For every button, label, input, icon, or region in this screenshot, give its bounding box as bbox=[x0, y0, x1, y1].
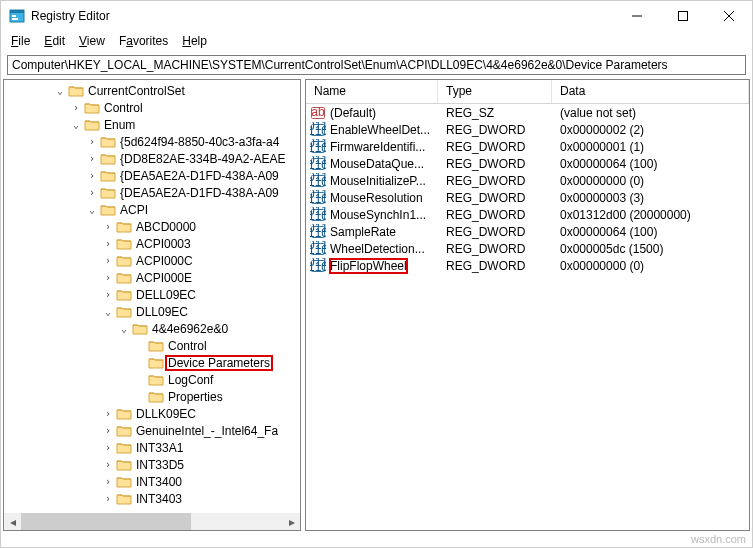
tree-node[interactable]: ·LogConf bbox=[4, 371, 300, 388]
chevron-right-icon[interactable]: › bbox=[100, 289, 116, 300]
tree-node[interactable]: ⌄4&4e6962e&0 bbox=[4, 320, 300, 337]
tree-node[interactable]: ›{DD8E82AE-334B-49A2-AEAE bbox=[4, 150, 300, 167]
tree-node[interactable]: ·Properties bbox=[4, 388, 300, 405]
chevron-right-icon[interactable]: › bbox=[100, 221, 116, 232]
value-data: 0x00000000 (0) bbox=[552, 174, 749, 188]
tree-node[interactable]: ›DELL09EC bbox=[4, 286, 300, 303]
binary-value-icon: 011110 bbox=[310, 241, 326, 257]
tree-node[interactable]: ›DLLK09EC bbox=[4, 405, 300, 422]
chevron-right-icon[interactable]: › bbox=[100, 459, 116, 470]
chevron-down-icon[interactable]: ⌄ bbox=[84, 204, 100, 215]
chevron-right-icon[interactable]: › bbox=[100, 493, 116, 504]
chevron-right-icon[interactable]: › bbox=[100, 255, 116, 266]
values-header: Name Type Data bbox=[306, 80, 749, 104]
tree-node-label: INT33D5 bbox=[134, 458, 186, 472]
tree-horizontal-scrollbar[interactable]: ◂ ▸ bbox=[4, 513, 300, 530]
address-bar[interactable]: Computer\HKEY_LOCAL_MACHINE\SYSTEM\Curre… bbox=[7, 55, 746, 75]
tree-node[interactable]: ›{DEA5AE2A-D1FD-438A-A09 bbox=[4, 167, 300, 184]
value-type: REG_DWORD bbox=[438, 242, 552, 256]
close-button[interactable] bbox=[706, 1, 752, 31]
tree-node-label: ABCD0000 bbox=[134, 220, 198, 234]
chevron-right-icon[interactable]: › bbox=[100, 442, 116, 453]
tree-node-label: ACPI0003 bbox=[134, 237, 193, 251]
chevron-right-icon[interactable]: › bbox=[84, 153, 100, 164]
menu-file[interactable]: File bbox=[5, 32, 36, 50]
folder-icon bbox=[116, 288, 132, 302]
tree-node[interactable]: ⌄Enum bbox=[4, 116, 300, 133]
value-name: (Default) bbox=[330, 106, 376, 120]
folder-icon bbox=[116, 441, 132, 455]
value-row[interactable]: ab(Default)REG_SZ(value not set) bbox=[306, 104, 749, 121]
value-row[interactable]: 011110WheelDetection...REG_DWORD0x000005… bbox=[306, 240, 749, 257]
tree-pane[interactable]: ⌄CurrentControlSet›Control⌄Enum›{5d624f9… bbox=[3, 79, 301, 531]
value-row[interactable]: 011110MouseSynchIn1...REG_DWORD0x01312d0… bbox=[306, 206, 749, 223]
window-controls bbox=[614, 1, 752, 31]
tree-node[interactable]: ›INT3403 bbox=[4, 490, 300, 507]
tree-node-label: Device Parameters bbox=[166, 356, 272, 370]
tree-node[interactable]: ⌄CurrentControlSet bbox=[4, 82, 300, 99]
value-row[interactable]: 011110MouseDataQue...REG_DWORD0x00000064… bbox=[306, 155, 749, 172]
value-name: FlipFlopWheel bbox=[330, 259, 407, 273]
tree-node[interactable]: ›INT33D5 bbox=[4, 456, 300, 473]
scroll-left-icon[interactable]: ◂ bbox=[4, 513, 21, 530]
chevron-right-icon[interactable]: › bbox=[84, 170, 100, 181]
tree-node-label: LogConf bbox=[166, 373, 215, 387]
tree-node[interactable]: ·Control bbox=[4, 337, 300, 354]
value-data: 0x00000001 (1) bbox=[552, 140, 749, 154]
tree-node[interactable]: ›ACPI000C bbox=[4, 252, 300, 269]
value-row[interactable]: 011110EnableWheelDet...REG_DWORD0x000000… bbox=[306, 121, 749, 138]
menu-edit[interactable]: Edit bbox=[38, 32, 71, 50]
tree-node[interactable]: ›Control bbox=[4, 99, 300, 116]
tree-node[interactable]: ›{5d624f94-8850-40c3-a3fa-a4 bbox=[4, 133, 300, 150]
chevron-right-icon[interactable]: › bbox=[100, 408, 116, 419]
chevron-down-icon[interactable]: ⌄ bbox=[52, 85, 68, 96]
chevron-right-icon[interactable]: › bbox=[100, 476, 116, 487]
chevron-right-icon[interactable]: › bbox=[84, 136, 100, 147]
tree-node[interactable]: ›INT33A1 bbox=[4, 439, 300, 456]
chevron-right-icon[interactable]: › bbox=[68, 102, 84, 113]
tree-node[interactable]: ›ABCD0000 bbox=[4, 218, 300, 235]
maximize-button[interactable] bbox=[660, 1, 706, 31]
menu-help[interactable]: Help bbox=[176, 32, 213, 50]
twisty-none: · bbox=[132, 340, 148, 351]
svg-text:ab: ab bbox=[311, 105, 325, 119]
value-row[interactable]: 011110FlipFlopWheelREG_DWORD0x00000000 (… bbox=[306, 257, 749, 274]
chevron-right-icon[interactable]: › bbox=[84, 187, 100, 198]
folder-icon bbox=[148, 339, 164, 353]
chevron-down-icon[interactable]: ⌄ bbox=[68, 119, 84, 130]
value-row[interactable]: 011110MouseResolutionREG_DWORD0x00000003… bbox=[306, 189, 749, 206]
value-type: REG_SZ bbox=[438, 106, 552, 120]
tree-node[interactable]: ›ACPI000E bbox=[4, 269, 300, 286]
tree-node-label: Control bbox=[166, 339, 209, 353]
chevron-right-icon[interactable]: › bbox=[100, 238, 116, 249]
tree-node[interactable]: ›ACPI0003 bbox=[4, 235, 300, 252]
scroll-right-icon[interactable]: ▸ bbox=[283, 513, 300, 530]
menu-view[interactable]: View bbox=[73, 32, 111, 50]
chevron-right-icon[interactable]: › bbox=[100, 425, 116, 436]
column-header-name[interactable]: Name bbox=[306, 80, 438, 103]
chevron-down-icon[interactable]: ⌄ bbox=[100, 306, 116, 317]
chevron-down-icon[interactable]: ⌄ bbox=[116, 323, 132, 334]
tree-node[interactable]: ›{DEA5AE2A-D1FD-438A-A09 bbox=[4, 184, 300, 201]
tree-node[interactable]: ⌄DLL09EC bbox=[4, 303, 300, 320]
folder-icon bbox=[116, 237, 132, 251]
minimize-button[interactable] bbox=[614, 1, 660, 31]
chevron-right-icon[interactable]: › bbox=[100, 272, 116, 283]
scroll-thumb[interactable] bbox=[21, 513, 191, 530]
value-data: 0x000005dc (1500) bbox=[552, 242, 749, 256]
tree-node-label: DLLK09EC bbox=[134, 407, 198, 421]
tree-node[interactable]: ⌄ACPI bbox=[4, 201, 300, 218]
value-row[interactable]: 011110FirmwareIdentifi...REG_DWORD0x0000… bbox=[306, 138, 749, 155]
tree-node[interactable]: ›GenuineIntel_-_Intel64_Fa bbox=[4, 422, 300, 439]
scroll-track[interactable] bbox=[21, 513, 283, 530]
column-header-type[interactable]: Type bbox=[438, 80, 552, 103]
binary-value-icon: 011110 bbox=[310, 173, 326, 189]
value-type: REG_DWORD bbox=[438, 123, 552, 137]
tree-node[interactable]: ›INT3400 bbox=[4, 473, 300, 490]
value-row[interactable]: 011110MouseInitializeP...REG_DWORD0x0000… bbox=[306, 172, 749, 189]
value-row[interactable]: 011110SampleRateREG_DWORD0x00000064 (100… bbox=[306, 223, 749, 240]
column-header-data[interactable]: Data bbox=[552, 80, 749, 103]
tree-node[interactable]: ·Device Parameters bbox=[4, 354, 300, 371]
values-pane[interactable]: Name Type Data ab(Default)REG_SZ(value n… bbox=[305, 79, 750, 531]
menu-favorites[interactable]: Favorites bbox=[113, 32, 174, 50]
